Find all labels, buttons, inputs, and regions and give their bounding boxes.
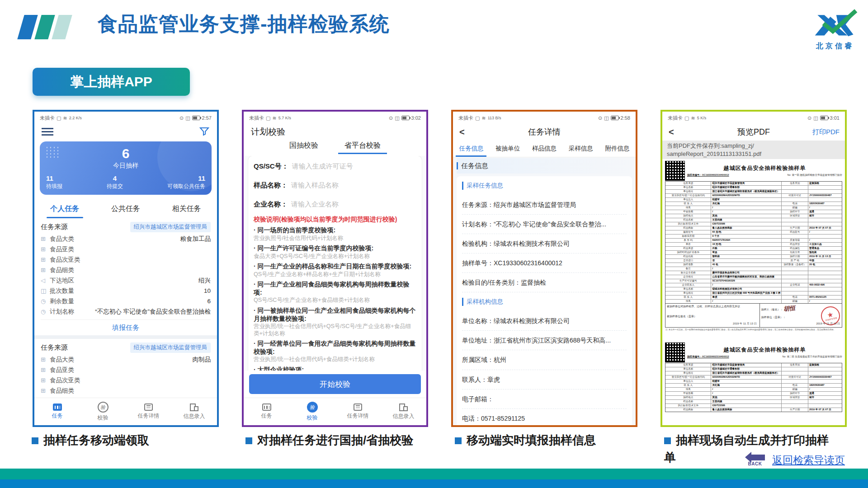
status-bar: 未插卡 ▢ ≋ 5 K/s ⊙ ◫ 3:01	[662, 112, 845, 123]
battery-icon	[611, 116, 619, 120]
footer-blue-bar	[0, 479, 868, 488]
chart-icon: ◫	[41, 287, 50, 294]
battery-icon	[820, 116, 828, 120]
pdf-table-row: 年销售额 / 抽样环节 流通	[665, 391, 842, 395]
nav-info-entry[interactable]: 信息录入	[381, 398, 426, 425]
pdf-table-row: 是否进口 否 原 产 地 中国	[665, 258, 842, 263]
return-index-link[interactable]: 返回检索导读页	[772, 453, 845, 467]
nav-verify[interactable]: 验校验	[289, 398, 335, 425]
tab-attachment-info[interactable]: 附件信息	[599, 141, 636, 157]
sheet-number: 抽样单编号：XC19330602316400012	[687, 174, 729, 177]
pdf-table-row: 规格型号 65 克/包 样品批号 /	[665, 230, 842, 234]
sim-icon: ▢	[266, 115, 270, 121]
clock-icon: ◷	[41, 298, 50, 305]
nav-task-detail[interactable]: 任务详情	[126, 398, 171, 425]
footer-teal-bar	[0, 469, 868, 479]
nav-info-entry[interactable]: 信息录入	[171, 398, 217, 425]
sample-name-field[interactable]: 样品名称： 请输入样品名称	[254, 176, 416, 195]
status-bar: 未插卡 ▢ ≋ 2.2 K/s ⊙ ◫ 2:57	[34, 112, 217, 123]
filter-icon[interactable]	[199, 126, 210, 137]
pdf-save-path: 当前PDF文件保存到:sampling_zj/ sampleReport_201…	[662, 141, 845, 159]
clock-time: 2:57	[202, 115, 212, 121]
pdf-document: 越城区食品安全抽样检验抽样单 抽样单编号：XC19330602316400012…	[662, 159, 845, 425]
pdf-table-row: 生产许可证编号 SC10737049190326	[665, 279, 842, 283]
verify-notice: 校验说明(检验项均以当前季度为时间范围进行校验)	[254, 216, 416, 224]
tab-related-tasks[interactable]: 相关任务	[156, 199, 217, 218]
tab-sampling-info[interactable]: 采样信息	[562, 141, 599, 157]
pdf-table-row: 抽样时样品贮存条件 常温 包装分类 预包装	[665, 250, 842, 254]
nav-tasks[interactable]: 任务	[34, 398, 80, 425]
detail-row: 检验目的/任务类别：监督抽检	[462, 273, 627, 292]
detail-list: 采样任务信息 任务来源：绍兴市越城区市场监督管理局 计划名称：“不忘初心 牢记使…	[457, 176, 632, 425]
task-attr-row: ⊞ 食品次亚类	[41, 375, 211, 385]
stat-pending-fill: 11待填报	[46, 174, 62, 190]
qs-sc-field[interactable]: QS/SC号： 请输入生成许可证号	[254, 157, 416, 176]
pdf-table-row: 任务来源 绍兴市越城区市场监督管理局 任务类别 监督抽检	[665, 363, 842, 367]
verify-rule: · 同一被抽样单位同一生产企业相同食品细类每家机构每个月抽样数量校验项: 营业执…	[254, 307, 416, 337]
qs-sc-placeholder: 请输入生成许可证号	[292, 162, 353, 171]
tab-personal-tasks[interactable]: 个人任务	[34, 199, 95, 218]
pdf-table-row: 营业执照号/统一社会信用代码 92330602MA2D532W7D 经营许可证 …	[665, 375, 842, 379]
tab-public-tasks[interactable]: 公共任务	[95, 199, 156, 218]
location-icon: ⊙	[179, 115, 184, 121]
pdf-table-row: 单位地址 浙江省绍兴市越城区鉴湖街道栖凫村（栖凫商港监测服务区）	[665, 371, 842, 375]
building-icon	[190, 404, 199, 411]
sim-icon: ▢	[57, 115, 61, 121]
back-arrow-icon[interactable]: BACK	[745, 452, 765, 466]
pdf-table-row: 传真 / 邮编 /	[665, 387, 842, 391]
company-name-placeholder: 请输入企业名称	[291, 200, 339, 209]
pdf-table-row: 单位法人 陆建军	[665, 379, 842, 383]
pdf-table-row: 单位地址 浙江省绍兴市越城区鉴湖街道栖凫村（栖凫商港监测服务区）	[665, 189, 842, 193]
nav-verify[interactable]: 验校验	[80, 398, 126, 425]
clock-icon: ◷	[41, 308, 50, 315]
fill-task-link[interactable]: 填报任务	[41, 319, 211, 335]
nav-tasks[interactable]: 任务	[244, 398, 289, 425]
pdf-table-row: 单位地址 浙江省杭州市滨江区滨安路 688 号天和高科技产业园 3 幢 3 层	[665, 291, 842, 295]
detail-row: 电话：0571-85291125	[462, 409, 627, 425]
menu-icon[interactable]	[42, 128, 53, 136]
grid-icon: ⊞	[41, 235, 50, 242]
tab-sample-info[interactable]: 样品信息	[526, 141, 563, 157]
pdf-table-row: 备注 /	[665, 267, 842, 271]
screen-title: 预览PDF	[737, 127, 770, 137]
nav-task-detail[interactable]: 任务详情	[335, 398, 381, 425]
sampling-sheet-2: 越城区食品安全抽样检验抽样单 抽样单编号：XC19330602316400012…	[665, 343, 842, 412]
pdf-table-row: 执行标准/技术文件 GB/T23586	[665, 222, 842, 226]
task-attr-row: ⊞ 食品细类	[41, 265, 211, 275]
pdf-table-row: 标示企业名称 滕州市福星食品有限公司	[665, 271, 842, 275]
bullet-icon	[32, 437, 38, 444]
verify-rule: · 大型企业校验项: 生产单位名称+计划名称+食品大类	[254, 366, 416, 371]
divider	[34, 335, 217, 339]
tab-sampled-unit[interactable]: 被抽单位	[490, 141, 526, 157]
sim-icon: ▢	[475, 115, 480, 121]
tab-province-verify[interactable]: 省平台校验	[342, 141, 383, 154]
net-speed: 113 B/s	[488, 116, 501, 120]
detail-row: 检验机构：绿城农科检测技术有限公司	[462, 234, 627, 253]
handwritten-signature: 胡恒	[783, 304, 796, 314]
task-source-label: 任务来源	[41, 223, 68, 231]
company-name-field[interactable]: 企业名称： 请输入企业名称	[254, 195, 416, 214]
grid-icon: ⊞	[41, 387, 50, 394]
pdf-table-row: 样品商标 鲁八鼎及图形商标 生产日期 2019 年 07 月 07 日	[665, 408, 842, 412]
pdf-table-row: 样品名称 五香鸡腿	[665, 218, 842, 222]
pdf-table-row: 联 系 人 吴红梅 电话 18205630987	[665, 383, 842, 387]
phone-screenshot-plan-verify: 未插卡 ▢ ≋ 5.7 K/s ⊙ ◫ 3:02 计划校验 国抽校验 省平台校验…	[242, 110, 428, 427]
caption-1: 抽样任务移动端领取	[32, 432, 226, 449]
back-icon[interactable]: <	[459, 127, 465, 137]
pdf-table-row: 单位法人 陆建军	[665, 197, 842, 202]
back-icon[interactable]: <	[669, 127, 674, 137]
tab-national-verify[interactable]: 国抽校验	[287, 141, 321, 154]
phone-screenshot-task-detail: 未插卡 ▢ ≋ 113 B/s ⊙ ◫ 2:58 < 任务详情 任务信息 被抽单…	[451, 110, 637, 427]
tab-task-info[interactable]: 任务信息	[453, 141, 490, 157]
task-attr-row: ◷ 剩余数量 6	[41, 296, 211, 306]
verify-rule: · 同一场所的当前季度校验项: 营业执照号/社会信用代码+计划名称	[254, 226, 416, 242]
verify-rule: · 同一生产企业的样品名称和生产日期在当前季度校验项: QS号/生产企业名称+样…	[254, 263, 416, 278]
start-verify-button[interactable]: 开始校验	[249, 374, 421, 394]
print-pdf-button[interactable]: 打印PDF	[812, 128, 840, 136]
status-bar: 未插卡 ▢ ≋ 113 B/s ⊙ ◫ 2:58	[453, 112, 636, 123]
detail-row: 联系人：章虎	[462, 370, 627, 389]
detail-row: 采样任务信息	[462, 176, 627, 195]
accent-bar-teal	[34, 15, 55, 39]
task-attr-row: ⊞ 食品次亚类	[41, 254, 211, 265]
grid-icon: ⊞	[41, 377, 50, 384]
